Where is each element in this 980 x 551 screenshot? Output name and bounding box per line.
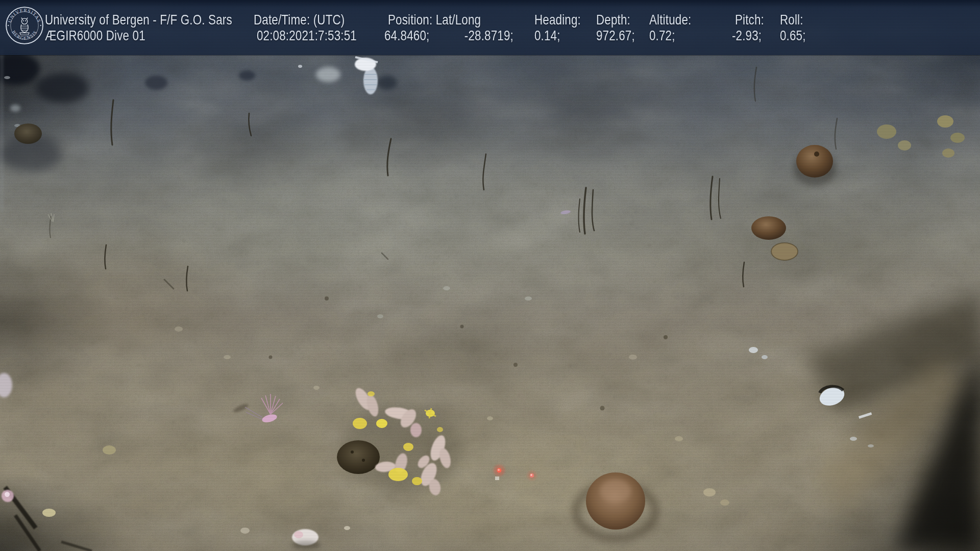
longitude-value: -28.8719;: [464, 28, 513, 43]
roll-label: Roll:: [780, 12, 803, 28]
heading-value: 0.14;: [534, 28, 560, 43]
heading-label: Heading:: [534, 12, 581, 28]
datetime-value: 02:08:2021:7:53:51: [257, 28, 357, 43]
pitch-value: -2.93;: [732, 28, 762, 43]
altitude-label: Altitude:: [649, 12, 691, 28]
depth-value: 972.67;: [596, 28, 635, 43]
telemetry-hud-bar: UNIVERSITAS BERGENSIS University of Berg…: [0, 0, 980, 55]
pitch-label: Pitch:: [735, 12, 764, 28]
dive-title: ÆGIR6000 Dive 01: [45, 28, 145, 43]
rov-video-frame: UNIVERSITAS BERGENSIS University of Berg…: [0, 0, 980, 551]
logo-ring-text-top: UNIVERSITAS: [7, 8, 42, 23]
roll-value: 0.65;: [780, 28, 806, 43]
owl-icon: [20, 18, 29, 35]
position-values: 64.8460; -28.8719;: [384, 28, 429, 43]
position-label: Position: Lat/Long: [388, 12, 481, 28]
svg-text:UNIVERSITAS: UNIVERSITAS: [7, 8, 42, 23]
latitude-value: 64.8460;: [384, 28, 429, 43]
university-logo: UNIVERSITAS BERGENSIS: [5, 6, 44, 45]
datetime-label: Date/Time: (UTC): [254, 12, 345, 28]
depth-label: Depth:: [596, 12, 630, 28]
seafloor-feature-layer: [0, 0, 980, 551]
altitude-value: 0.72;: [649, 28, 675, 43]
vessel-title: University of Bergen - F/F G.O. Sars: [45, 12, 232, 28]
